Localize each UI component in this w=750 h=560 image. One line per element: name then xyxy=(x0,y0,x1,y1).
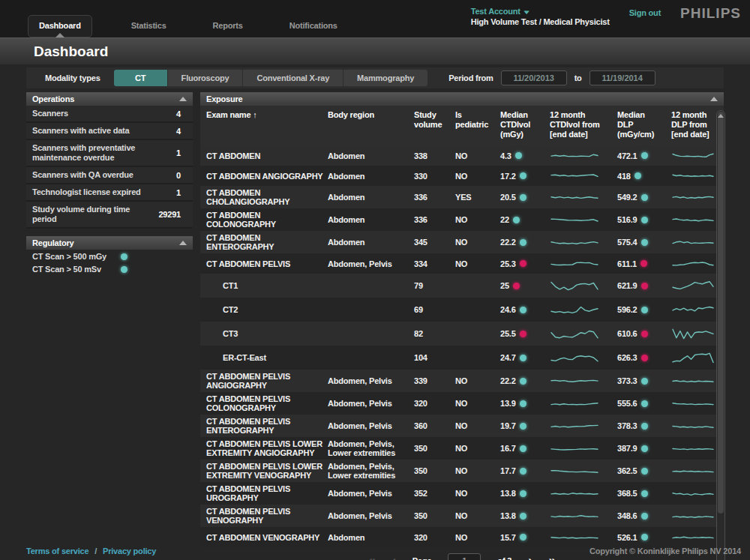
dlp-status-dot xyxy=(641,423,648,430)
median-dlp-cell: 610.6 xyxy=(617,329,671,338)
dlp-sparkline xyxy=(671,276,716,295)
exam-name-cell[interactable]: CT ABDOMEN PELVIS ANGIOGRAPHY xyxy=(200,372,328,390)
exam-name-cell[interactable]: CT ABDOMEN PELVIS xyxy=(200,259,328,268)
exam-name-cell[interactable]: CT1 xyxy=(200,281,328,290)
table-row: CT ABDOMENAbdomen338NO4.3472.1 xyxy=(200,145,724,166)
exam-name-cell[interactable]: CT ABDOMEN xyxy=(200,151,328,160)
exam-name-cell[interactable]: CT ABDOMEN CHOLANGIOGRAPHY xyxy=(200,188,328,206)
body-region-cell: Abdomen, Pelvis xyxy=(328,511,414,520)
exam-name-cell[interactable]: CT ABDOMEN VENOGRAPHY xyxy=(200,533,328,542)
nav-tab-notifications[interactable]: Notifications xyxy=(282,15,345,37)
column-header[interactable]: Exam name ↑ xyxy=(200,110,328,139)
exam-name-cell[interactable]: CT ABDOMEN COLONOGRAPHY xyxy=(200,211,328,229)
modality-tab-fluoroscopy[interactable]: Fluoroscopy xyxy=(168,70,244,86)
median-ctdivol-cell: 13.9 xyxy=(500,399,550,408)
exam-name-cell[interactable]: CT3 xyxy=(200,329,328,338)
status-dot xyxy=(121,253,128,260)
content-area: Operations Scanners4Scanners with active… xyxy=(26,92,724,560)
operations-stat-row: Scanners with QA overdue0 xyxy=(26,167,193,184)
exam-name-cell[interactable]: CT ABDOMEN PELVIS COLONOGRAPHY xyxy=(200,394,328,412)
exam-name-cell[interactable]: CT ABDOMEN PELVIS ENTEROGRAPHY xyxy=(200,417,328,435)
column-header[interactable]: Study volume xyxy=(414,110,455,139)
study-volume-cell: 79 xyxy=(414,281,455,290)
exam-name-cell[interactable]: CT ABDOMEN PELVIS LOWER EXTREMITY VENOGR… xyxy=(200,462,328,480)
first-page-icon[interactable]: « xyxy=(368,554,375,560)
exam-name-cell[interactable]: CT ABDOMEN PELVIS VENOGRAPHY xyxy=(200,507,328,525)
page-number-input[interactable] xyxy=(448,553,481,560)
median-ctdivol-cell: 25 xyxy=(500,281,550,290)
exam-name-cell[interactable]: ER-CT-East xyxy=(200,353,328,362)
is-pediatric-cell: NO xyxy=(455,489,500,498)
column-header[interactable]: Median CTDIvol (mGy) xyxy=(500,110,550,139)
dlp-status-dot xyxy=(641,355,648,361)
table-scrollbar[interactable] xyxy=(716,110,725,560)
operations-panel-header[interactable]: Operations xyxy=(26,92,193,106)
exam-name-cell[interactable]: CT ABDOMEN PELVIS LOWER EXTREMITY ANGIOG… xyxy=(200,439,328,457)
median-ctdivol-value: 19.7 xyxy=(500,421,516,430)
page-title: Dashboard xyxy=(34,43,108,60)
exam-name-cell[interactable]: CT ABDOMEN ANGIOGRAPHY xyxy=(200,172,328,181)
dlp-sparkline xyxy=(671,300,716,319)
prev-page-icon[interactable]: ‹ xyxy=(392,554,395,560)
account-name: Test Account xyxy=(471,7,520,16)
exposure-table: Exposure Exam name ↑Body regionStudy vol… xyxy=(200,92,724,560)
sign-out-button[interactable]: Sign out xyxy=(629,8,661,17)
date-to-input[interactable] xyxy=(590,70,656,85)
median-dlp-cell: 626.3 xyxy=(617,353,671,362)
footer-links: Terms of service / Privacy policy xyxy=(26,547,156,556)
nav-tab-statistics[interactable]: Statistics xyxy=(124,15,174,37)
exam-name-cell[interactable]: CT ABDOMEN PELVIS UROGRAPHY xyxy=(200,484,328,502)
ctdivol-status-dot xyxy=(515,152,522,159)
ctdivol-status-dot xyxy=(520,513,526,520)
nav-tab-reports[interactable]: Reports xyxy=(206,15,250,37)
ctdivol-sparkline xyxy=(550,376,617,387)
table-row: CT ABDOMEN CHOLANGIOGRAPHYAbdomen336YES2… xyxy=(200,186,724,208)
next-page-icon[interactable]: › xyxy=(528,554,532,560)
column-header[interactable]: Body region xyxy=(328,110,414,139)
ctdivol-status-dot xyxy=(520,331,526,337)
median-dlp-value: 378.3 xyxy=(617,421,638,430)
column-header[interactable]: Median DLP (mGy/cm) xyxy=(617,110,671,139)
ctdivol-status-dot xyxy=(520,378,526,385)
study-volume-cell: 82 xyxy=(414,329,455,338)
column-header[interactable]: 12 month DLP from [end date] xyxy=(671,110,716,139)
median-ctdivol-cell: 22.2 xyxy=(500,238,550,247)
exam-name-cell[interactable]: CT ABDOMEN ENTEROGRAPHY xyxy=(200,233,328,251)
stat-value: 4 xyxy=(176,109,187,118)
study-volume-cell: 334 xyxy=(414,259,455,268)
median-dlp-cell: 555.6 xyxy=(617,399,671,408)
last-page-icon[interactable]: » xyxy=(549,554,556,560)
modality-tab-conventional-xray[interactable]: Conventional X-ray xyxy=(243,70,344,86)
ctdivol-sparkline xyxy=(550,398,617,409)
table-row: CT ABDOMEN PELVISAbdomen, Pelvis334NO25.… xyxy=(200,253,724,274)
regulatory-panel-header[interactable]: Regulatory xyxy=(26,236,193,250)
study-volume-cell: 69 xyxy=(414,305,455,314)
dlp-status-dot xyxy=(641,307,648,313)
regulatory-title: Regulatory xyxy=(32,238,74,247)
modality-tab-mammography[interactable]: Mammography xyxy=(344,70,428,86)
column-header[interactable]: Is pediatric xyxy=(455,110,500,139)
operations-stat-row: Technologist license expired1 xyxy=(26,184,193,202)
study-volume-cell: 338 xyxy=(414,151,455,160)
table-row: CT ABDOMEN PELVIS ANGIOGRAPHYAbdomen, Pe… xyxy=(200,370,724,392)
privacy-policy-link[interactable]: Privacy policy xyxy=(103,547,156,556)
scrollbar-thumb[interactable] xyxy=(718,112,724,514)
column-header[interactable]: 12 month CTDIvol from [end date] xyxy=(550,110,617,139)
exam-name-cell[interactable]: CT2 xyxy=(200,305,328,314)
median-ctdivol-value: 24.6 xyxy=(500,305,516,314)
regulatory-label: CT Scan > 500 mGy xyxy=(32,252,121,261)
terms-of-service-link[interactable]: Terms of service xyxy=(26,547,88,556)
dlp-sparkline xyxy=(671,398,716,409)
dlp-sparkline xyxy=(671,348,716,367)
nav-tab-dashboard[interactable]: Dashboard xyxy=(28,15,92,37)
modality-tab-ct[interactable]: CT xyxy=(114,70,168,86)
dlp-status-dot xyxy=(641,513,648,520)
exposure-panel-header[interactable]: Exposure xyxy=(200,92,724,106)
date-from-input[interactable] xyxy=(501,70,567,85)
median-ctdivol-cell: 17.7 xyxy=(500,466,550,475)
study-volume-cell: 350 xyxy=(414,466,455,475)
dlp-status-dot xyxy=(640,260,647,267)
account-menu[interactable]: Test Account▼ xyxy=(471,7,610,17)
scroll-up-icon[interactable] xyxy=(718,114,724,118)
is-pediatric-cell: NO xyxy=(455,399,500,408)
